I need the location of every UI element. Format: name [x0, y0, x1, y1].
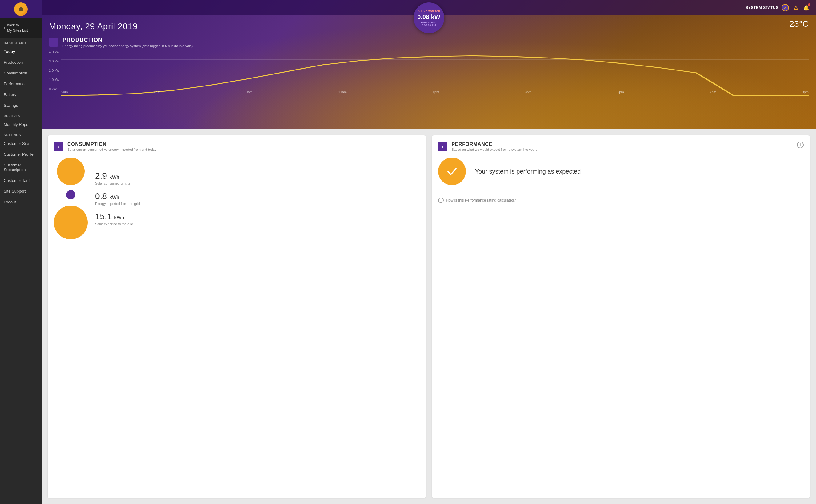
y-label-2kw: 2.0 kW [49, 69, 59, 72]
performance-panel-header: › PERFORMANCE Based on what we would exp… [438, 142, 804, 151]
performance-expand-button[interactable]: › [438, 142, 447, 151]
header: SYSTEM STATUS ✓ ⚠ 🔔 LIVE MONITOR 0.08 kW… [42, 0, 816, 129]
grid-import-bubble [66, 190, 75, 199]
stat-grid-import: 0.8 kWh Energy imported from the grid [95, 191, 140, 206]
x-label-9pm: 9pm [802, 90, 809, 106]
sidebar-item-customer-subscription[interactable]: Customer Subscription [0, 160, 42, 175]
consumption-panel-title: CONSUMPTION [67, 142, 156, 147]
x-label-5am: 5am [61, 90, 68, 106]
production-chart-area: 4.0 kW 3.0 kW 2.0 kW 1.0 kW 0 kW 5 [42, 50, 816, 112]
solar-consumed-bubble [57, 158, 85, 185]
y-label-0kw: 0 kW [49, 87, 57, 91]
sidebar-item-production[interactable]: Production [0, 57, 42, 68]
performance-panel: › PERFORMANCE Based on what we would exp… [432, 135, 810, 498]
performance-footer-info-icon: i [438, 198, 444, 203]
production-section-header: › PRODUCTION Energy being produced by yo… [42, 34, 816, 50]
x-label-3pm: 3pm [525, 90, 531, 106]
live-monitor-consumed-label: CONSUMED [421, 21, 437, 24]
live-monitor-badge: LIVE MONITOR 0.08 kW CONSUMED 3:08:20 PM [414, 2, 444, 33]
consumption-panel: › CONSUMPTION Solar energy consumed vs e… [48, 135, 426, 498]
back-arrow-icon: ‹ [4, 25, 5, 31]
sidebar-item-savings[interactable]: Savings [0, 100, 42, 111]
x-label-1pm: 1pm [433, 90, 439, 106]
header-temperature: 23°C [789, 19, 809, 29]
performance-message: Your system is performing as expected [475, 167, 581, 175]
stat-solar-consumed-label: Solar consumed on site [95, 182, 140, 185]
y-label-4kw: 4.0 kW [49, 50, 59, 54]
consumption-panel-subtitle: Solar energy consumed vs energy imported… [67, 148, 156, 151]
settings-section-label: SETTINGS [0, 130, 42, 138]
sidebar-item-monthly-report[interactable]: Monthly Report [0, 119, 42, 130]
sidebar-logo [0, 0, 42, 18]
svg-rect-1 [19, 8, 20, 11]
system-status: SYSTEM STATUS ✓ ⚠ 🔔 [746, 4, 810, 11]
y-label-1kw: 1.0 kW [49, 78, 59, 82]
stat-solar-consumed-value: 2.9 kWh [95, 171, 140, 181]
performance-footer-link[interactable]: How is this Performance rating calculate… [446, 198, 516, 202]
stat-solar-export-label: Solar exported to the grid [95, 222, 140, 226]
performance-check-icon [438, 158, 466, 185]
sidebar-item-logout[interactable]: Logout [0, 197, 42, 207]
bubble-column [54, 158, 88, 239]
x-label-11am: 11am [338, 90, 347, 106]
status-check-icon[interactable]: ✓ [782, 4, 789, 11]
stats-column: 2.9 kWh Solar consumed on site 0.8 kWh E… [95, 171, 140, 226]
stat-solar-export: 15.1 kWh Solar exported to the grid [95, 212, 140, 226]
stat-solar-consumed: 2.9 kWh Solar consumed on site [95, 171, 140, 185]
sidebar-item-today[interactable]: Today [0, 46, 42, 57]
x-label-5pm: 5pm [617, 90, 624, 106]
reports-section-label: REPORTS [0, 111, 42, 119]
performance-content: Your system is performing as expected [438, 158, 804, 185]
svg-point-4 [445, 164, 459, 179]
sidebar-item-customer-profile[interactable]: Customer Profile [0, 149, 42, 160]
performance-footer: i How is this Performance rating calcula… [438, 198, 804, 203]
sidebar: ‹ back toMy Sites List DASHBOARD Today P… [0, 0, 42, 504]
sidebar-item-customer-tariff[interactable]: Customer Tariff [0, 175, 42, 186]
x-label-7pm: 7pm [710, 90, 716, 106]
bell-notification-badge [808, 3, 810, 6]
performance-panel-title: PERFORMANCE [452, 142, 538, 147]
back-link-label: back toMy Sites List [7, 23, 28, 33]
stat-grid-import-value: 0.8 kWh [95, 191, 140, 201]
live-monitor-value: 0.08 kW [417, 14, 440, 20]
stat-solar-export-value: 15.1 kWh [95, 212, 140, 222]
live-monitor-label: LIVE MONITOR [418, 9, 440, 14]
svg-rect-2 [20, 7, 22, 11]
x-label-7am: 7am [154, 90, 160, 106]
main-content: SYSTEM STATUS ✓ ⚠ 🔔 LIVE MONITOR 0.08 kW… [42, 0, 816, 504]
production-chart-container: 4.0 kW 3.0 kW 2.0 kW 1.0 kW 0 kW 5 [49, 50, 809, 106]
app-logo [14, 2, 28, 16]
status-bell-icon[interactable]: 🔔 [802, 4, 810, 11]
svg-rect-3 [22, 8, 23, 11]
production-expand-button[interactable]: › [49, 38, 58, 47]
production-line-chart [61, 50, 809, 96]
sidebar-item-customer-site[interactable]: Customer Site [0, 138, 42, 149]
chart-x-labels: 5am 7am 9am 11am 1pm 3pm 5pm 7pm 9pm [61, 90, 809, 106]
solar-exported-bubble [54, 206, 88, 239]
status-warning-icon[interactable]: ⚠ [792, 4, 799, 11]
production-title: PRODUCTION [62, 37, 193, 43]
bottom-panels: › CONSUMPTION Solar energy consumed vs e… [42, 129, 816, 504]
back-to-sites-link[interactable]: ‹ back toMy Sites List [0, 18, 42, 38]
performance-panel-subtitle: Based on what we would expect from a sys… [452, 148, 538, 151]
sidebar-item-performance[interactable]: Performance [0, 78, 42, 89]
sidebar-item-site-support[interactable]: Site Support [0, 186, 42, 197]
consumption-content: 2.9 kWh Solar consumed on site 0.8 kWh E… [54, 158, 420, 239]
consumption-expand-button[interactable]: › [54, 142, 63, 151]
live-monitor-time: 3:08:20 PM [422, 24, 436, 27]
dashboard-section-label: DASHBOARD [0, 38, 42, 46]
consumption-panel-header: › CONSUMPTION Solar energy consumed vs e… [54, 142, 420, 151]
production-subtitle: Energy being produced by your solar ener… [62, 44, 193, 48]
y-label-3kw: 3.0 kW [49, 59, 59, 63]
sidebar-item-battery[interactable]: Battery [0, 89, 42, 100]
sidebar-item-consumption[interactable]: Consumption [0, 68, 42, 78]
system-status-label: SYSTEM STATUS [746, 6, 778, 10]
x-label-9am: 9am [246, 90, 252, 106]
stat-grid-import-label: Energy imported from the grid [95, 202, 140, 206]
performance-info-icon[interactable]: i [797, 142, 804, 148]
